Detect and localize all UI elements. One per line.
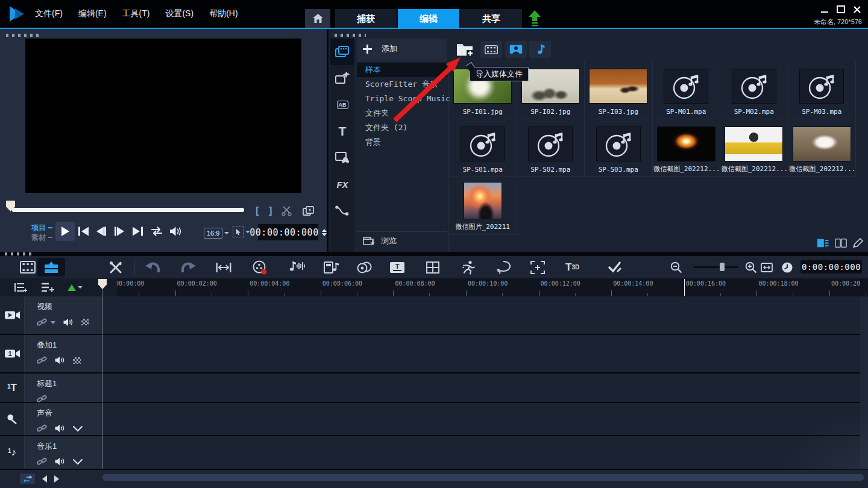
next-frame-button[interactable] xyxy=(115,226,124,237)
previous-frame-button[interactable] xyxy=(96,226,106,237)
scrubber-track[interactable] xyxy=(12,208,244,212)
link-icon[interactable] xyxy=(37,318,47,327)
zoom-in-button[interactable] xyxy=(745,256,757,278)
menu-item[interactable]: 设置(S) xyxy=(165,8,193,19)
3d-title-button[interactable]: T3D xyxy=(565,256,579,278)
filter-photos-button[interactable] xyxy=(505,41,527,58)
menu-item[interactable]: 编辑(E) xyxy=(78,8,107,19)
track-transparency-icon[interactable] xyxy=(73,357,81,364)
volume-envelope-icon[interactable] xyxy=(73,458,83,465)
track-mute-icon[interactable] xyxy=(55,424,65,433)
horizontal-scrollbar[interactable] xyxy=(102,474,864,481)
import-media-button[interactable] xyxy=(454,40,477,58)
nav-motion-path[interactable] xyxy=(330,198,354,224)
mode-tab[interactable]: 捕获 xyxy=(335,9,397,28)
category-item[interactable]: 样本 xyxy=(357,63,447,77)
chevron-down-icon[interactable] xyxy=(224,232,229,237)
auto-music-button[interactable] xyxy=(324,256,339,278)
go-to-end-button[interactable] xyxy=(133,226,143,237)
mode-tab[interactable]: 编辑 xyxy=(398,9,459,28)
volume-button[interactable] xyxy=(170,226,182,237)
track-header[interactable]: 声音 xyxy=(0,403,102,435)
timeline-timecode[interactable]: 0:00:00:000 xyxy=(800,260,862,274)
preview-timecode[interactable]: 00:00:00:000 xyxy=(258,224,318,240)
filter-audio-button[interactable] xyxy=(529,41,551,58)
redo-button[interactable] xyxy=(181,256,197,278)
track-manager-icon[interactable] xyxy=(14,282,28,293)
split-clip-icon[interactable] xyxy=(281,206,293,216)
panel-drag-handle[interactable] xyxy=(6,34,41,37)
track-mute-icon[interactable] xyxy=(55,457,65,466)
chroma-marker-button[interactable] xyxy=(68,284,83,291)
aspect-ratio-selector[interactable]: 16:9 xyxy=(204,228,222,239)
category-item[interactable]: ScoreFitter 音乐 xyxy=(357,77,447,92)
media-item[interactable]: SP-I03.jpg xyxy=(585,61,653,119)
media-item[interactable]: SP-S02.mpa xyxy=(517,119,585,177)
motion-tracking-button[interactable] xyxy=(462,256,476,278)
track-mute-icon[interactable] xyxy=(63,318,74,327)
link-icon[interactable] xyxy=(37,424,47,433)
loop-button[interactable] xyxy=(150,226,163,237)
nav-media[interactable] xyxy=(330,39,354,65)
menu-item[interactable]: 帮助(H) xyxy=(209,8,237,19)
mask-creator-button[interactable] xyxy=(496,256,511,278)
link-icon[interactable] xyxy=(37,395,47,403)
panel-drag-handle[interactable] xyxy=(5,252,33,255)
category-item[interactable]: 文件夹 (2) xyxy=(357,120,447,135)
media-item[interactable]: 微信图片_202211 xyxy=(449,177,517,235)
overlay-options-button[interactable] xyxy=(357,256,373,278)
link-icon[interactable] xyxy=(37,356,47,364)
category-item[interactable]: 背景 xyxy=(357,135,447,149)
track-header[interactable]: 视频 xyxy=(0,296,102,334)
mode-tab[interactable]: 共享 xyxy=(461,9,522,28)
track-header[interactable]: 1 叠加1 xyxy=(0,335,102,372)
browse-button[interactable]: 浏览 xyxy=(363,236,397,246)
storyboard-view-button[interactable] xyxy=(20,256,36,278)
zoom-out-button[interactable] xyxy=(670,256,682,278)
subtitle-editor-button[interactable]: T xyxy=(390,256,404,278)
media-item[interactable]: SP-M02.mpa xyxy=(720,61,788,119)
maximize-button[interactable] xyxy=(837,5,845,13)
nav-instant-project[interactable] xyxy=(330,65,354,92)
timecode-spinner[interactable] xyxy=(322,229,327,236)
filter-videos-button[interactable] xyxy=(480,41,502,58)
track-header[interactable]: 1T 标题1 xyxy=(0,374,102,402)
timeline-ruler[interactable]: 00:00:00:00 00:00:02:00 00:00:04:00 00:0… xyxy=(0,278,868,296)
media-item[interactable]: SP-S01.mpa xyxy=(449,119,517,177)
go-to-start-button[interactable] xyxy=(78,226,89,237)
track-transparency-icon[interactable] xyxy=(81,319,89,325)
close-button[interactable] xyxy=(854,6,861,13)
scroll-right-button[interactable] xyxy=(54,475,59,483)
mark-out-icon[interactable]: ] xyxy=(269,205,272,217)
selection-mode-button[interactable] xyxy=(233,227,244,237)
add-gallery-button[interactable]: 添加 xyxy=(363,43,397,54)
enlarge-preview-icon[interactable] xyxy=(303,206,314,216)
timeline-track-lane[interactable] xyxy=(102,374,860,402)
category-item[interactable]: Triple Scoop Music xyxy=(357,92,447,106)
undo-button[interactable] xyxy=(145,256,160,278)
timeline-track-lane[interactable] xyxy=(102,403,860,435)
dual-pane-view-button[interactable] xyxy=(835,239,847,248)
menu-item[interactable]: 工具(T) xyxy=(122,8,150,19)
add-track-icon[interactable] xyxy=(41,282,54,293)
nav-transitions[interactable]: AB xyxy=(330,92,354,118)
multicam-button[interactable] xyxy=(530,256,545,278)
timeline-zoom-slider[interactable] xyxy=(693,266,738,268)
nav-filters[interactable]: FX xyxy=(330,171,354,198)
link-caret-icon[interactable] xyxy=(51,321,55,327)
panel-drag-handle[interactable] xyxy=(335,34,366,37)
minimize-button[interactable] xyxy=(821,11,828,13)
mark-in-icon[interactable]: [ xyxy=(256,205,259,217)
media-item[interactable]: 微信截图_202212... xyxy=(788,119,857,177)
media-item[interactable]: SP-M01.mpa xyxy=(653,61,721,119)
tools-button[interactable] xyxy=(108,256,123,278)
link-icon[interactable] xyxy=(37,457,47,466)
ripple-edit-button[interactable] xyxy=(216,256,231,278)
edit-pencil-button[interactable] xyxy=(853,238,863,248)
timeline-view-button[interactable] xyxy=(37,258,65,277)
vertical-scrollbar[interactable] xyxy=(860,296,868,469)
media-item[interactable]: SP-M03.mpa xyxy=(788,61,857,119)
split-screen-template-button[interactable] xyxy=(426,256,439,278)
media-item[interactable]: SP-S03.mpa xyxy=(585,119,653,177)
sound-mixer-button[interactable] xyxy=(289,256,306,278)
